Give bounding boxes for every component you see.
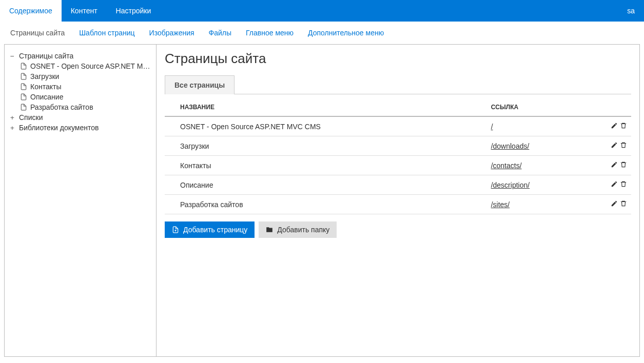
delete-icon[interactable] (620, 142, 627, 149)
cell-actions (579, 116, 631, 136)
expand-icon[interactable]: + (9, 114, 16, 122)
tree-node-label: Списки (19, 113, 43, 122)
edit-icon[interactable] (611, 122, 618, 129)
content-tabstrip: Все страницы (165, 75, 631, 94)
page-link[interactable]: / (491, 123, 493, 131)
cell-actions (579, 175, 631, 195)
delete-icon[interactable] (620, 122, 627, 129)
edit-icon[interactable] (611, 142, 618, 149)
button-label: Добавить папку (277, 226, 329, 234)
main-panel: Страницы сайта Все страницы НАЗВАНИЕ ССЫ… (157, 45, 639, 356)
table-header-row: НАЗВАНИЕ ССЫЛКА (165, 98, 631, 116)
tree-leaf[interactable]: Описание (20, 92, 152, 102)
delete-icon[interactable] (620, 180, 627, 188)
workspace: − Страницы сайта OSNET - Open Source ASP… (4, 44, 640, 357)
subnav-item-mainmenu[interactable]: Главное меню (246, 29, 294, 37)
tab-label: Все страницы (174, 81, 225, 89)
tree-leaf[interactable]: Загрузки (20, 71, 152, 82)
table-row: Контакты/contacts/ (165, 156, 631, 175)
cell-link: /downloads/ (488, 136, 579, 156)
cell-actions (579, 195, 631, 214)
delete-icon[interactable] (620, 200, 627, 207)
top-navbar: Содержимое Контент Настройки sa (0, 0, 644, 22)
cell-name: Разработка сайтов (165, 195, 488, 214)
page-title: Страницы сайта (165, 51, 631, 67)
pages-table: НАЗВАНИЕ ССЫЛКА OSNET - Open Source ASP.… (165, 98, 631, 214)
file-icon (20, 73, 27, 80)
edit-icon[interactable] (611, 200, 618, 207)
file-add-icon (172, 226, 179, 233)
cell-name: Загрузки (165, 136, 488, 156)
collapse-icon[interactable]: − (9, 52, 16, 60)
button-label: Добавить страницу (183, 226, 247, 234)
topnav-tab-content[interactable]: Содержимое (0, 0, 62, 22)
cell-actions (579, 156, 631, 175)
subnav-item-templates[interactable]: Шаблон страниц (79, 29, 134, 37)
cell-name: OSNET - Open Source ASP.NET MVC CMS (165, 116, 488, 136)
expand-icon[interactable]: + (9, 124, 16, 132)
sub-navbar: Страницы сайта Шаблон страниц Изображени… (0, 22, 644, 44)
topnav-tab-label: Настройки (116, 7, 151, 15)
page-link[interactable]: /description/ (491, 181, 530, 189)
subnav-item-files[interactable]: Файлы (209, 29, 231, 37)
tree-leaf[interactable]: OSNET - Open Source ASP.NET M… (20, 61, 152, 71)
tree-children-pages: OSNET - Open Source ASP.NET M… Загрузки … (9, 61, 152, 112)
delete-icon[interactable] (620, 161, 627, 168)
edit-icon[interactable] (611, 180, 618, 188)
cell-name: Описание (165, 175, 488, 195)
cell-link: / (488, 116, 579, 136)
tree-leaf-label: OSNET - Open Source ASP.NET M… (30, 62, 150, 70)
cell-link: /contacts/ (488, 156, 579, 175)
cell-name: Контакты (165, 156, 488, 175)
file-icon (20, 63, 27, 70)
cell-link: /sites/ (488, 195, 579, 214)
add-page-button[interactable]: Добавить страницу (165, 221, 255, 238)
topnav-tab-kontent[interactable]: Контент (62, 0, 107, 22)
table-row: Разработка сайтов/sites/ (165, 195, 631, 214)
topnav-tab-label: Содержимое (9, 7, 52, 15)
tree-leaf-label: Загрузки (30, 72, 59, 80)
column-header-link[interactable]: ССЫЛКА (488, 98, 579, 116)
file-icon (20, 104, 27, 111)
sidebar-tree: − Страницы сайта OSNET - Open Source ASP… (5, 45, 157, 356)
tree-node-label: Страницы сайта (19, 52, 73, 60)
tree-leaf[interactable]: Разработка сайтов (20, 102, 152, 112)
subnav-item-images[interactable]: Изображения (149, 29, 194, 37)
column-header-name[interactable]: НАЗВАНИЕ (165, 98, 488, 116)
file-icon (20, 93, 27, 100)
user-label: sa (627, 7, 635, 15)
tree-leaf[interactable]: Контакты (20, 82, 152, 92)
topnav-spacer (160, 0, 618, 22)
tree-node-label: Библиотеки документов (19, 124, 99, 132)
subnav-item-extramenu[interactable]: Дополнительное меню (308, 29, 384, 37)
tree-node-pages[interactable]: − Страницы сайта (9, 51, 152, 61)
folder-add-icon (266, 226, 273, 233)
page-link[interactable]: /sites/ (491, 200, 510, 209)
tree-leaf-label: Контакты (30, 83, 61, 91)
cell-actions (579, 136, 631, 156)
edit-icon[interactable] (611, 161, 618, 168)
table-row: OSNET - Open Source ASP.NET MVC CMS/ (165, 116, 631, 136)
user-menu[interactable]: sa (618, 0, 644, 22)
subnav-item-pages[interactable]: Страницы сайта (10, 29, 65, 37)
column-header-actions (579, 98, 631, 116)
tree-leaf-label: Описание (30, 93, 63, 101)
cell-link: /description/ (488, 175, 579, 195)
tree-leaf-label: Разработка сайтов (30, 103, 93, 111)
tree-node-lists[interactable]: + Списки (9, 112, 152, 123)
tab-all-pages[interactable]: Все страницы (165, 75, 235, 94)
tree-node-doclibs[interactable]: + Библиотеки документов (9, 123, 152, 133)
page-link[interactable]: /downloads/ (491, 142, 530, 150)
file-icon (20, 83, 27, 90)
table-row: Загрузки/downloads/ (165, 136, 631, 156)
table-row: Описание/description/ (165, 175, 631, 195)
page-link[interactable]: /contacts/ (491, 162, 522, 170)
add-folder-button[interactable]: Добавить папку (259, 221, 337, 238)
topnav-tab-label: Контент (71, 7, 97, 15)
action-button-row: Добавить страницу Добавить папку (165, 221, 631, 238)
topnav-tab-settings[interactable]: Настройки (107, 0, 161, 22)
